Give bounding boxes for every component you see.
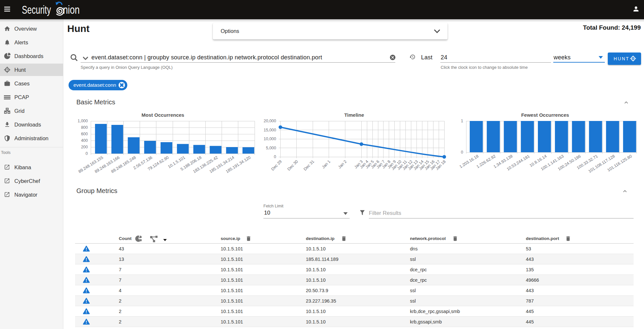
svg-text:200: 200 <box>81 145 88 149</box>
svg-text:0: 0 <box>86 151 88 156</box>
svg-text:0: 0 <box>461 150 463 155</box>
svg-text:1.203.16.18: 1.203.16.18 <box>459 154 479 169</box>
svg-text:1.226.62.92: 1.226.62.92 <box>476 154 496 169</box>
svg-text:1,000: 1,000 <box>78 119 88 123</box>
svg-text:15,000: 15,000 <box>264 128 276 132</box>
svg-text:nion: nion <box>63 3 80 16</box>
svg-text:1: 1 <box>461 119 463 123</box>
svg-text:10,000: 10,000 <box>264 137 276 141</box>
svg-text:600: 600 <box>81 132 88 136</box>
svg-text:Dec 31: Dec 31 <box>303 159 315 172</box>
svg-text:5,000: 5,000 <box>266 146 276 150</box>
svg-text:20,000: 20,000 <box>264 119 276 123</box>
svg-text:Dec 29: Dec 29 <box>270 159 283 172</box>
svg-text:Dec 30: Dec 30 <box>287 159 299 172</box>
svg-text:0: 0 <box>274 155 276 159</box>
svg-text:Jan 1: Jan 1 <box>321 159 331 170</box>
svg-text:Security: Security <box>22 3 51 16</box>
svg-text:Jan 2: Jan 2 <box>337 159 348 170</box>
svg-text:800: 800 <box>81 125 88 130</box>
svg-text:400: 400 <box>81 138 88 143</box>
